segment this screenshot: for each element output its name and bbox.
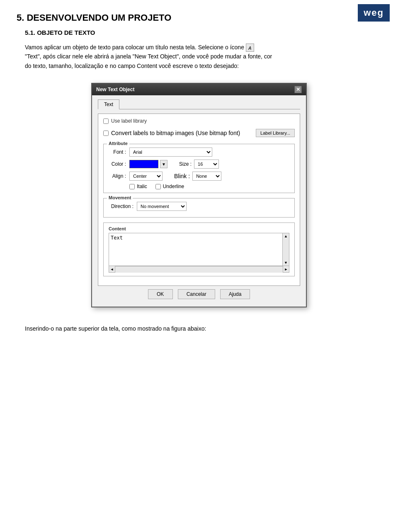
italic-group: Italic (129, 184, 147, 189)
bottom-text: Inserindo-o na parte superior da tela, c… (25, 324, 381, 333)
attribute-section: Attribute Font : Arial Color : ▼ (103, 144, 295, 193)
intro-line1: Vamos aplicar um objeto de texto para co… (25, 44, 244, 51)
convert-labels-checkbox[interactable] (103, 131, 109, 136)
new-text-object-dialog: New Text Object ✕ Text Use label library (91, 83, 307, 307)
color-picker-row: ▼ (129, 160, 167, 168)
italic-checkbox[interactable] (129, 184, 135, 189)
convert-labels-left: Convert labels to bitmap images (Use bit… (103, 130, 240, 136)
cancel-button[interactable]: Cancelar (178, 289, 215, 299)
direction-row: Direction : No movement (109, 202, 289, 211)
dialog-close-button[interactable]: ✕ (294, 86, 302, 93)
movement-section-label: Movement (107, 195, 133, 200)
dialog-wrapper: New Text Object ✕ Text Use label library (17, 83, 381, 307)
ok-button[interactable]: OK (148, 289, 173, 299)
horizontal-scrollbar-track[interactable] (115, 266, 283, 273)
tab-bar: Text (98, 99, 300, 109)
content-textarea-wrapper: Text ▲ ▼ (109, 233, 289, 266)
color-size-row: Color : ▼ Size : 16 (109, 160, 289, 169)
italic-label: Italic (137, 184, 147, 189)
content-section-label: Content (109, 226, 289, 231)
align-select[interactable]: Center (129, 172, 163, 181)
sub-heading: 5.1. OBJETO DE TEXTO (25, 29, 381, 36)
direction-label: Direction : (109, 203, 133, 209)
tab-text[interactable]: Text (98, 99, 119, 109)
vertical-scrollbar[interactable]: ▲ ▼ (283, 233, 289, 266)
direction-select[interactable]: No movement (137, 202, 187, 211)
horizontal-scrollbar-row: ◄ ► (109, 266, 289, 273)
label-library-button[interactable]: Label Library... (256, 129, 295, 137)
weg-logo: weg (358, 4, 390, 22)
blink-group: Blink : None (174, 172, 221, 181)
scrollbar-left-arrow[interactable]: ◄ (109, 266, 115, 273)
dialog-body: Text Use label library Convert labels to… (92, 95, 306, 307)
use-label-library-checkbox[interactable] (103, 118, 109, 124)
font-label: Font : (109, 149, 126, 155)
dialog-titlebar: New Text Object ✕ (92, 84, 306, 95)
color-swatch[interactable] (129, 160, 158, 168)
text-icon: A (246, 44, 254, 52)
color-label: Color : (109, 161, 126, 167)
underline-group: Underline (155, 184, 184, 189)
use-label-library-row: Use label library (103, 118, 295, 124)
logo-area: weg (358, 4, 390, 22)
scrollbar-up-arrow[interactable]: ▲ (283, 233, 289, 238)
main-heading: 5. DESENVOLVENDO UM PROJETO (17, 12, 381, 23)
italic-underline-row: Italic Underline (129, 184, 289, 189)
blink-select[interactable]: None (192, 172, 221, 181)
convert-labels-row: Convert labels to bitmap images (Use bit… (103, 129, 295, 137)
size-label: Size : (179, 161, 192, 167)
font-row: Font : Arial (109, 148, 289, 157)
content-section: Content Text ▲ ▼ ◄ ► (103, 222, 295, 276)
intro-line3: do texto, tamanho, localização e no camp… (25, 63, 239, 69)
underline-label: Underline (163, 184, 184, 189)
convert-labels-label: Convert labels to bitmap images (Use bit… (111, 130, 240, 136)
help-button[interactable]: Ajuda (220, 289, 250, 299)
content-textarea[interactable]: Text (109, 233, 283, 266)
movement-section: Movement Direction : No movement (103, 198, 295, 218)
intro-paragraph: Vamos aplicar um objeto de texto para co… (25, 43, 381, 70)
dialog-buttons: OK Cancelar Ajuda (98, 286, 300, 301)
color-dropdown-arrow[interactable]: ▼ (160, 160, 167, 168)
align-blink-row: Align : Center Blink : None (109, 172, 289, 181)
size-group: Size : 16 (179, 160, 219, 169)
dialog-title: New Text Object (96, 87, 134, 92)
scrollbar-down-arrow[interactable]: ▼ (283, 261, 289, 266)
intro-line2: "Text", após clicar nele ele abrirá a ja… (25, 53, 272, 60)
align-label: Align : (109, 173, 126, 179)
use-label-library-label: Use label library (111, 118, 147, 124)
dialog-content-box: Use label library Convert labels to bitm… (98, 114, 300, 286)
blink-label: Blink : (174, 173, 190, 179)
underline-checkbox[interactable] (155, 184, 161, 189)
attribute-section-label: Attribute (107, 141, 129, 146)
font-select[interactable]: Arial (129, 148, 212, 157)
content-area: Text ▲ ▼ ◄ ► (109, 233, 289, 273)
scrollbar-right-arrow[interactable]: ► (283, 266, 289, 273)
size-select[interactable]: 16 (194, 160, 219, 169)
